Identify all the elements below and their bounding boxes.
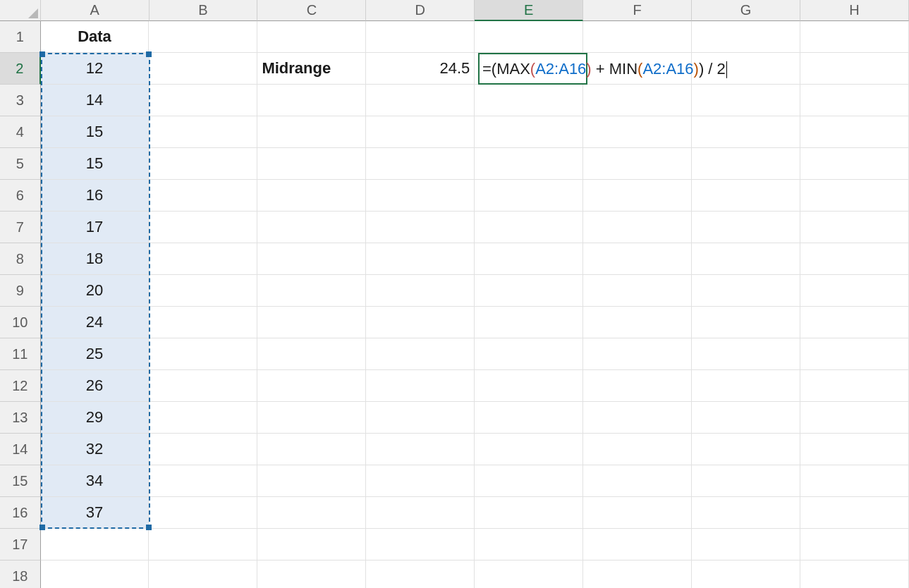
cell-H14[interactable] bbox=[800, 434, 909, 465]
row-header-14[interactable]: 14 bbox=[0, 434, 41, 465]
row-header-2[interactable]: 2 bbox=[0, 53, 41, 85]
cell-C5[interactable] bbox=[257, 148, 366, 180]
cell-G16[interactable] bbox=[692, 497, 800, 529]
cell-A13[interactable]: 29 bbox=[41, 402, 150, 434]
cell-G2[interactable] bbox=[692, 53, 800, 85]
cell-H12[interactable] bbox=[800, 370, 909, 402]
cell-H3[interactable] bbox=[800, 85, 909, 116]
row-header-6[interactable]: 6 bbox=[0, 180, 41, 212]
cell-A7[interactable]: 17 bbox=[41, 212, 150, 243]
spreadsheet-grid[interactable]: A B C D E F G H 1Data212Midrange24.53144… bbox=[0, 0, 909, 588]
cell-B1[interactable] bbox=[149, 21, 257, 53]
cell-H18[interactable] bbox=[800, 561, 909, 588]
cell-E9[interactable] bbox=[475, 275, 583, 307]
cell-D13[interactable] bbox=[366, 402, 475, 434]
cell-C3[interactable] bbox=[257, 85, 366, 116]
cell-C13[interactable] bbox=[257, 402, 366, 434]
cell-E8[interactable] bbox=[475, 243, 583, 275]
row-header-17[interactable]: 17 bbox=[0, 529, 41, 561]
cell-A3[interactable]: 14 bbox=[41, 85, 150, 116]
cell-G6[interactable] bbox=[692, 180, 800, 212]
cell-H1[interactable] bbox=[800, 21, 909, 53]
cell-A9[interactable]: 20 bbox=[41, 275, 150, 307]
cell-F16[interactable] bbox=[583, 497, 692, 529]
row-header-16[interactable]: 16 bbox=[0, 497, 41, 529]
cell-A11[interactable]: 25 bbox=[41, 338, 150, 370]
row-header-13[interactable]: 13 bbox=[0, 402, 41, 434]
cell-D8[interactable] bbox=[366, 243, 475, 275]
cell-C7[interactable] bbox=[257, 212, 366, 243]
cell-E11[interactable] bbox=[475, 338, 583, 370]
cell-G8[interactable] bbox=[692, 243, 800, 275]
cell-B3[interactable] bbox=[149, 85, 257, 116]
cell-H16[interactable] bbox=[800, 497, 909, 529]
col-header-A[interactable]: A bbox=[41, 0, 150, 21]
cell-C18[interactable] bbox=[257, 561, 366, 588]
cell-C1[interactable] bbox=[257, 21, 366, 53]
row-header-11[interactable]: 11 bbox=[0, 338, 41, 370]
cell-A1[interactable]: Data bbox=[41, 21, 150, 53]
row-header-4[interactable]: 4 bbox=[0, 116, 41, 148]
cell-D18[interactable] bbox=[366, 561, 475, 588]
cell-B4[interactable] bbox=[149, 116, 257, 148]
col-header-E[interactable]: E bbox=[475, 0, 583, 21]
cell-G4[interactable] bbox=[692, 116, 800, 148]
cell-G3[interactable] bbox=[692, 85, 800, 116]
cell-G10[interactable] bbox=[692, 307, 800, 338]
cell-C2[interactable]: Midrange bbox=[257, 53, 366, 85]
cell-G7[interactable] bbox=[692, 212, 800, 243]
cell-D1[interactable] bbox=[366, 21, 475, 53]
cell-B17[interactable] bbox=[149, 529, 257, 561]
cell-F17[interactable] bbox=[583, 529, 692, 561]
cell-E3[interactable] bbox=[475, 85, 583, 116]
cell-G1[interactable] bbox=[692, 21, 800, 53]
cell-C15[interactable] bbox=[257, 465, 366, 497]
cell-B2[interactable] bbox=[150, 53, 258, 85]
col-header-G[interactable]: G bbox=[692, 0, 800, 21]
cell-F9[interactable] bbox=[583, 275, 692, 307]
cell-D4[interactable] bbox=[366, 116, 475, 148]
row-header-7[interactable]: 7 bbox=[0, 212, 41, 243]
cell-H5[interactable] bbox=[800, 148, 909, 180]
col-header-F[interactable]: F bbox=[583, 0, 692, 21]
cell-H6[interactable] bbox=[800, 180, 909, 212]
cell-F4[interactable] bbox=[583, 116, 692, 148]
cell-D11[interactable] bbox=[366, 338, 475, 370]
cell-C17[interactable] bbox=[257, 529, 366, 561]
cell-B6[interactable] bbox=[149, 180, 257, 212]
cell-F10[interactable] bbox=[583, 307, 692, 338]
cell-B8[interactable] bbox=[149, 243, 257, 275]
cell-C14[interactable] bbox=[257, 434, 366, 465]
cell-A5[interactable]: 15 bbox=[41, 148, 150, 180]
row-header-18[interactable]: 18 bbox=[0, 561, 41, 588]
cell-F1[interactable] bbox=[583, 21, 692, 53]
cell-B12[interactable] bbox=[149, 370, 257, 402]
select-all-corner[interactable] bbox=[0, 0, 41, 21]
cell-D17[interactable] bbox=[366, 529, 475, 561]
cell-B18[interactable] bbox=[149, 561, 257, 588]
cell-H10[interactable] bbox=[800, 307, 909, 338]
cell-H4[interactable] bbox=[800, 116, 909, 148]
cell-D9[interactable] bbox=[366, 275, 475, 307]
cell-F8[interactable] bbox=[583, 243, 692, 275]
cell-B11[interactable] bbox=[149, 338, 257, 370]
cell-D15[interactable] bbox=[366, 465, 475, 497]
cell-H2[interactable] bbox=[800, 53, 909, 85]
cell-E17[interactable] bbox=[475, 529, 583, 561]
cell-E12[interactable] bbox=[475, 370, 583, 402]
cell-G5[interactable] bbox=[692, 148, 800, 180]
cell-G9[interactable] bbox=[692, 275, 800, 307]
cell-A4[interactable]: 15 bbox=[41, 116, 150, 148]
cell-F7[interactable] bbox=[583, 212, 692, 243]
col-header-D[interactable]: D bbox=[366, 0, 475, 21]
cell-B14[interactable] bbox=[149, 434, 257, 465]
cell-F18[interactable] bbox=[583, 561, 692, 588]
cell-D12[interactable] bbox=[366, 370, 475, 402]
cell-H15[interactable] bbox=[800, 465, 909, 497]
cell-F2[interactable] bbox=[583, 53, 692, 85]
cell-F5[interactable] bbox=[583, 148, 692, 180]
cell-A8[interactable]: 18 bbox=[41, 243, 150, 275]
cell-A17[interactable] bbox=[41, 529, 150, 561]
cell-B5[interactable] bbox=[149, 148, 257, 180]
cell-H11[interactable] bbox=[800, 338, 909, 370]
